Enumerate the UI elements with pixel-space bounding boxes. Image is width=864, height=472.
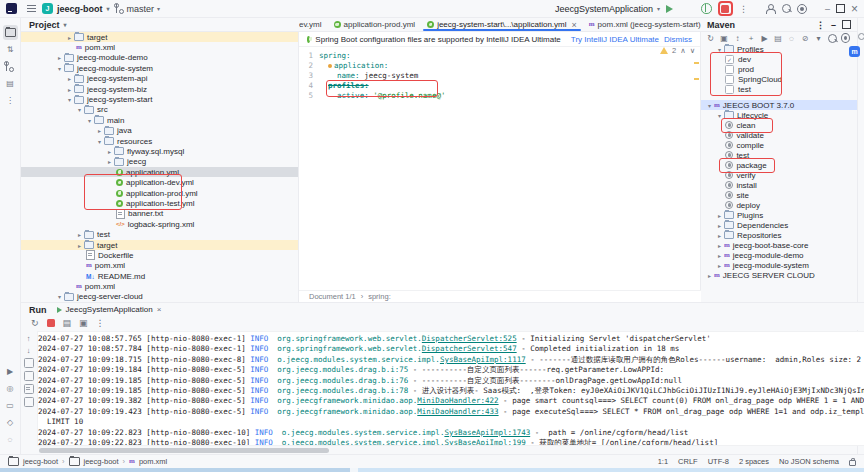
add-icon[interactable]: + bbox=[749, 34, 754, 43]
chevron-right-icon[interactable]: ▸ bbox=[715, 252, 724, 259]
execute-icon[interactable]: ▤ bbox=[774, 34, 782, 43]
layout-icon[interactable] bbox=[842, 20, 851, 29]
offline-icon[interactable]: ◌ bbox=[789, 34, 794, 43]
stacktrace-link[interactable]: SysBaseApiImpl:1743 bbox=[444, 428, 530, 437]
tree-item[interactable]: ▸target bbox=[21, 240, 298, 250]
tree-item[interactable]: ▸jeecg-system-biz bbox=[21, 84, 298, 94]
code-line[interactable]: 5 active: '@profile.name@' bbox=[299, 91, 700, 101]
close-icon[interactable]: × bbox=[572, 20, 577, 30]
run-tool-icon[interactable]: ▶ bbox=[7, 367, 13, 376]
refresh-icon[interactable]: ↻ bbox=[707, 34, 714, 43]
run-button[interactable] bbox=[666, 5, 673, 13]
clear-icon[interactable] bbox=[24, 397, 34, 407]
scroll-down-icon[interactable]: ↓ bbox=[27, 346, 31, 355]
chevron-down-icon[interactable]: ▾ bbox=[715, 112, 724, 119]
stop-icon[interactable] bbox=[47, 319, 55, 327]
tree-item[interactable]: application.yml bbox=[21, 167, 298, 177]
minimize-icon[interactable]: – bbox=[831, 20, 836, 30]
tree-item[interactable]: ▾mJEECG BOOT 3.7.0 bbox=[701, 100, 857, 110]
chevron-down-icon[interactable]: ▾ bbox=[85, 117, 94, 124]
more-icon[interactable]: ⋮ bbox=[739, 4, 748, 14]
notifications-icon[interactable] bbox=[858, 33, 864, 40]
bookmarks-icon[interactable]: ▤ bbox=[3, 76, 18, 91]
soft-wrap-icon[interactable] bbox=[24, 358, 34, 368]
bookmarks-icon[interactable]: ▤ bbox=[6, 79, 14, 88]
editor-tab[interactable]: application-prod.yml bbox=[328, 18, 422, 31]
close-button[interactable]: × bbox=[851, 5, 858, 13]
scroll-to-end-icon[interactable] bbox=[24, 371, 34, 381]
code-line[interactable]: 4 profiles: bbox=[299, 81, 700, 91]
tree-item[interactable]: SpringCloud bbox=[701, 74, 857, 84]
run-icon[interactable]: ▶ bbox=[761, 34, 767, 43]
status-breadcrumb[interactable]: jeecg-boot bbox=[23, 457, 58, 466]
more-icon[interactable]: ⋮ bbox=[3, 93, 18, 108]
tree-item[interactable]: deploy bbox=[701, 200, 857, 210]
chevron-right-icon[interactable]: ▸ bbox=[75, 242, 84, 249]
chevron-right-icon[interactable]: ▸ bbox=[75, 231, 84, 238]
editor-tab[interactable]: ev.yml bbox=[299, 18, 328, 31]
tree-item[interactable]: ▸mjeecg-module-system bbox=[701, 260, 857, 270]
chevron-down-icon[interactable]: ▾ bbox=[715, 46, 724, 53]
code-line[interactable]: 3 name: jeecg-system bbox=[299, 71, 700, 81]
dismiss-link[interactable]: Dismiss bbox=[664, 35, 692, 44]
run-tool-icon[interactable]: ▶ bbox=[3, 364, 18, 379]
print-icon[interactable] bbox=[24, 384, 34, 394]
download-sources-icon[interactable]: ▣ bbox=[720, 34, 728, 43]
tree-item[interactable]: test bbox=[701, 84, 857, 94]
tree-item[interactable]: ▾src bbox=[21, 105, 298, 115]
tree-item[interactable]: ▾resources bbox=[21, 136, 298, 146]
status-breadcrumb[interactable]: jeecg-boot bbox=[84, 457, 119, 466]
branch-icon[interactable] bbox=[6, 62, 14, 71]
settings-icon[interactable] bbox=[797, 4, 807, 14]
chevron-down-icon[interactable]: ▾ bbox=[95, 138, 104, 145]
chevron-down-icon[interactable]: ▾ bbox=[65, 96, 74, 103]
dump-threads-icon[interactable]: ▤ bbox=[63, 318, 72, 328]
tree-item[interactable]: ▸mjeecg-module-demo bbox=[701, 250, 857, 260]
main-menu-icon[interactable] bbox=[27, 5, 36, 12]
status-item[interactable]: UTF-8 bbox=[708, 457, 729, 466]
terminal-icon[interactable]: ▭ bbox=[3, 398, 18, 413]
tree-item[interactable]: ▸Plugins bbox=[701, 210, 857, 220]
tree-item[interactable]: ▸jeecg bbox=[21, 157, 298, 167]
tree-item[interactable]: ✓dev bbox=[701, 54, 857, 64]
chevron-down-icon[interactable]: ▾ bbox=[55, 65, 64, 72]
stacktrace-link[interactable]: MiniDaoHandler:422 bbox=[417, 396, 498, 405]
build-icon[interactable]: ▣ bbox=[79, 318, 88, 328]
search-icon[interactable] bbox=[828, 34, 837, 43]
tree-item[interactable]: site bbox=[701, 190, 857, 200]
skip-tests-icon[interactable]: ⊘ bbox=[802, 34, 809, 43]
chevron-right-icon[interactable]: ▸ bbox=[715, 222, 724, 229]
services-icon[interactable]: ◇ bbox=[3, 415, 18, 430]
tree-item[interactable]: validate bbox=[701, 130, 857, 140]
lock-icon[interactable] bbox=[849, 460, 856, 466]
status-item[interactable]: 2 spaces bbox=[739, 457, 769, 466]
chevron-down-icon[interactable]: ▾ bbox=[705, 102, 714, 109]
tree-item[interactable]: mpom.xml bbox=[21, 261, 298, 271]
tree-item[interactable]: application-dev.yml bbox=[21, 177, 298, 187]
chevron-right-icon[interactable]: ▸ bbox=[705, 272, 714, 279]
scrollbar-thumb[interactable] bbox=[39, 448, 329, 453]
settings-icon[interactable] bbox=[841, 33, 850, 43]
tree-item[interactable]: ▸target bbox=[21, 32, 298, 42]
tree-item[interactable]: ▾Lifecycle bbox=[701, 110, 857, 120]
editor-tab[interactable]: jeecg-system-start\...\application.yml× bbox=[421, 18, 583, 31]
services-icon[interactable]: ◇ bbox=[7, 418, 13, 427]
problems-icon[interactable]: ◎ bbox=[7, 384, 14, 393]
tree-item[interactable]: mpom.xml bbox=[21, 281, 298, 291]
search-icon[interactable] bbox=[782, 4, 791, 13]
stacktrace-link[interactable]: SysBaseApiImpl:1117 bbox=[440, 355, 526, 364]
sort-icon[interactable]: ↕ bbox=[736, 34, 740, 43]
tree-item[interactable]: banner.txt bbox=[21, 209, 298, 219]
maven-tool-button[interactable]: m bbox=[849, 46, 860, 57]
commit-icon[interactable]: ⇅ bbox=[3, 42, 18, 57]
tree-item[interactable]: compile bbox=[701, 140, 857, 150]
branch-selector[interactable]: master ▾ bbox=[116, 4, 161, 14]
tree-item[interactable]: prod bbox=[701, 64, 857, 74]
editor-breadcrumb[interactable]: Document 1/1 › spring: bbox=[299, 290, 701, 302]
tree-item[interactable]: clean bbox=[701, 120, 857, 130]
minimize-button[interactable]: – bbox=[825, 4, 830, 14]
notifications-icon[interactable]: ◌ bbox=[3, 432, 18, 447]
warning-stripe-mark[interactable] bbox=[694, 78, 699, 80]
chevron-right-icon[interactable]: ▸ bbox=[65, 86, 74, 93]
tree-item[interactable]: ▾Profiles bbox=[701, 44, 857, 54]
